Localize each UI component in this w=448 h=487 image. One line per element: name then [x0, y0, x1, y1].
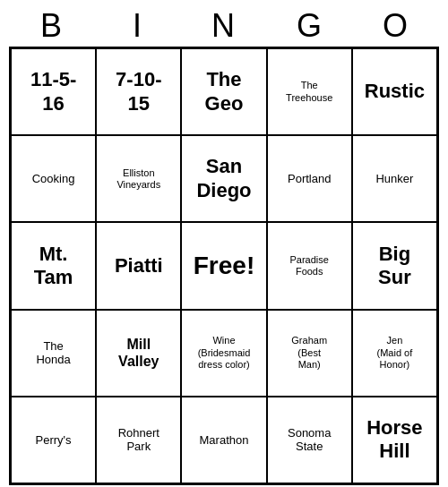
cell-text: Perry's [36, 433, 72, 448]
bingo-cell: 11-5- 16 [11, 48, 96, 135]
cell-text: San Diego [196, 155, 251, 202]
cell-text: Mt. Tam [34, 243, 73, 290]
header-g: G [267, 7, 353, 45]
cell-text: Rohnert Park [118, 426, 159, 454]
cell-text: Hunker [375, 172, 413, 186]
bingo-cell: Portland [267, 135, 352, 222]
bingo-cell: San Diego [181, 135, 266, 222]
bingo-cell: Sonoma State [267, 397, 352, 483]
cell-text: Jen (Maid of Honor) [377, 335, 413, 371]
header-b: B [9, 7, 95, 45]
cell-text: Rustic [365, 80, 425, 103]
bingo-cell: Marathon [181, 397, 266, 483]
header-n: N [181, 7, 267, 45]
bingo-cell: Graham (Best Man) [267, 310, 352, 397]
cell-text: Sonoma State [288, 426, 331, 454]
cell-text: The Honda [36, 339, 70, 367]
bingo-cell: Cooking [11, 135, 96, 222]
cell-text: Mill Valley [118, 336, 159, 370]
cell-text: Wine (Bridesmaid dress color) [198, 335, 251, 371]
bingo-cell: 7-10- 15 [96, 48, 181, 135]
bingo-grid: 11-5- 167-10- 15The GeoThe TreehouseRust… [9, 47, 439, 485]
cell-text: The Treehouse [286, 80, 332, 103]
bingo-cell: Hunker [352, 135, 437, 222]
bingo-cell: The Geo [181, 48, 266, 135]
cell-text: Graham (Best Man) [291, 335, 327, 371]
bingo-cell: Free! [181, 222, 266, 309]
cell-text: Paradise Foods [289, 254, 328, 278]
bingo-cell: Mill Valley [96, 310, 181, 397]
bingo-cell: The Treehouse [267, 48, 352, 135]
bingo-cell: Big Sur [352, 222, 437, 309]
cell-text: Elliston Vineyards [116, 167, 160, 191]
header-o: O [353, 7, 439, 45]
header-i: I [95, 7, 181, 45]
cell-text: Portland [288, 172, 331, 186]
bingo-cell: The Honda [11, 310, 96, 397]
cell-text: Piatti [115, 254, 163, 278]
bingo-cell: Elliston Vineyards [96, 135, 181, 222]
cell-text: 11-5- 16 [30, 68, 76, 115]
bingo-cell: Perry's [11, 397, 96, 483]
bingo-header: B I N G O [9, 7, 439, 45]
bingo-cell: Wine (Bridesmaid dress color) [181, 310, 266, 397]
cell-text: 7-10- 15 [116, 68, 161, 115]
cell-text: Big Sur [378, 243, 411, 290]
bingo-cell: Rohnert Park [96, 397, 181, 483]
cell-text: Marathon [200, 433, 249, 448]
cell-text: The Geo [205, 68, 244, 115]
cell-text: Horse Hill [366, 416, 422, 464]
bingo-cell: Horse Hill [352, 397, 437, 483]
bingo-cell: Mt. Tam [11, 222, 96, 309]
bingo-cell: Jen (Maid of Honor) [352, 310, 437, 397]
bingo-cell: Rustic [352, 48, 437, 135]
cell-text: Cooking [32, 172, 75, 186]
bingo-cell: Paradise Foods [267, 222, 352, 309]
bingo-cell: Piatti [96, 222, 181, 309]
cell-text: Free! [194, 251, 254, 281]
